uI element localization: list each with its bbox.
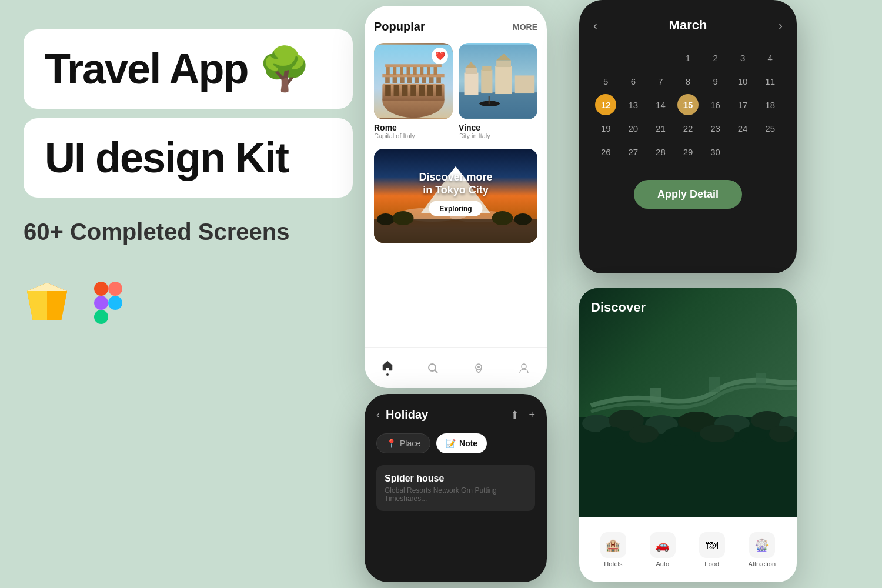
tokyo-banner[interactable]: Discover more in Tokyo City Exploring (374, 149, 537, 243)
nav-home[interactable] (382, 360, 393, 376)
svg-point-61 (377, 213, 395, 225)
attraction-label: Attraction (749, 560, 776, 567)
cal-day-21[interactable]: 21 (650, 118, 671, 139)
more-link[interactable]: MORE (513, 22, 537, 32)
svg-rect-39 (427, 66, 430, 75)
cal-day-3[interactable]: 3 (732, 47, 753, 68)
cal-day-10[interactable]: 10 (732, 71, 753, 92)
nav-search[interactable] (427, 362, 439, 374)
nav-profile[interactable] (518, 362, 530, 374)
cal-day-27[interactable]: 27 (623, 141, 644, 162)
cal-day-24[interactable]: 24 (732, 118, 753, 139)
svg-point-84 (663, 427, 696, 446)
svg-rect-49 (495, 66, 512, 94)
heart-badge[interactable]: ❤️ (432, 48, 448, 64)
cal-prev-button[interactable]: ‹ (593, 19, 597, 32)
city1-name: Rome (374, 123, 453, 132)
cal-day-6[interactable]: 6 (623, 71, 644, 92)
note-icon: 📝 (446, 439, 456, 448)
cal-next-button[interactable]: › (779, 19, 783, 32)
subtitle-card: UI design Kit (24, 118, 353, 198)
cal-day-20[interactable]: 20 (623, 118, 644, 139)
svg-rect-48 (482, 66, 491, 71)
cal-day-28[interactable]: 28 (650, 141, 671, 162)
svg-rect-21 (419, 85, 425, 96)
cal-day-15[interactable]: 15 (677, 94, 699, 115)
share-button[interactable]: ⬆ (510, 409, 519, 422)
holiday-header: ‹ Holiday ⬆ + (376, 408, 535, 422)
cal-day-29[interactable]: 29 (677, 141, 699, 162)
svg-rect-54 (489, 96, 490, 104)
tokyo-title: Discover more in Tokyo City (415, 171, 497, 196)
city2-sub: City in Italy (459, 132, 537, 139)
svg-line-66 (435, 370, 437, 373)
cal-day-26[interactable]: 26 (595, 141, 616, 162)
holiday-actions: ⬆ + (510, 409, 535, 422)
left-section: Travel App 🌳 UI design Kit 60+ Completed… (24, 29, 353, 325)
svg-rect-33 (386, 66, 390, 75)
cal-day-17[interactable]: 17 (732, 94, 753, 115)
auto-icon: 🚗 (650, 532, 676, 558)
cal-day-4[interactable]: 4 (760, 47, 781, 68)
cal-day-14[interactable]: 14 (650, 94, 671, 115)
add-button[interactable]: + (529, 409, 535, 422)
svg-rect-44 (465, 73, 479, 95)
svg-rect-35 (400, 66, 403, 75)
cal-month-label: March (669, 18, 707, 33)
svg-rect-40 (433, 66, 437, 75)
phone-1: Popuplar MORE (365, 6, 547, 388)
svg-rect-17 (385, 85, 391, 96)
cal-day-16[interactable]: 16 (705, 94, 726, 115)
cal-day-9[interactable]: 9 (705, 71, 726, 92)
cal-day-12[interactable]: 12 (595, 94, 616, 115)
svg-rect-20 (410, 85, 416, 96)
apply-detail-button[interactable]: Apply Detail (634, 180, 742, 209)
place-tab[interactable]: 📍 Place (376, 433, 430, 453)
svg-point-53 (479, 101, 499, 107)
auto-label: Auto (656, 560, 669, 567)
spider-house-item[interactable]: Spider house Global Resorts Network Grn … (376, 465, 535, 511)
svg-point-83 (629, 425, 659, 443)
cal-day-13[interactable]: 13 (623, 94, 644, 115)
cal-day-5[interactable]: 5 (595, 71, 616, 92)
category-auto[interactable]: 🚗 Auto (650, 532, 676, 567)
cal-day-23[interactable]: 23 (705, 118, 726, 139)
nav-map[interactable] (473, 362, 485, 374)
cal-day-30[interactable]: 30 (705, 141, 726, 162)
note-tab[interactable]: 📝 Note (436, 433, 487, 453)
cal-day-1[interactable]: 1 (677, 47, 699, 68)
explore-button[interactable]: Exploring (429, 201, 482, 216)
svg-point-62 (393, 211, 414, 225)
calendar-grid: 1 2 3 4 5 6 7 8 9 10 11 12 13 14 15 16 1… (593, 47, 783, 162)
svg-rect-12 (108, 296, 122, 310)
kit-subtitle: UI design Kit (45, 135, 332, 181)
svg-rect-52 (515, 75, 535, 93)
svg-rect-9 (94, 282, 108, 296)
cal-day-18[interactable]: 18 (760, 94, 781, 115)
cal-day-19[interactable]: 19 (595, 118, 616, 139)
completed-screens-text: 60+ Completed Screens (24, 219, 353, 245)
rome-card[interactable]: ❤️ Rome Capital of Italy (374, 43, 453, 139)
sketch-logo (24, 280, 71, 325)
discover-image: Discover (579, 288, 797, 517)
note-label: Note (459, 439, 477, 448)
back-button[interactable]: ‹ (376, 409, 380, 421)
cal-day-7[interactable]: 7 (650, 71, 671, 92)
cal-day-8[interactable]: 8 (677, 71, 699, 92)
cities-grid: ❤️ Rome Capital of Italy (374, 43, 537, 139)
svg-rect-22 (427, 85, 433, 96)
category-attraction[interactable]: 🎡 Attraction (749, 532, 776, 567)
svg-rect-73 (756, 373, 766, 386)
logos-row (24, 280, 353, 325)
svg-point-69 (522, 364, 526, 369)
cal-day-11[interactable]: 11 (760, 71, 781, 92)
cal-day-22[interactable]: 22 (677, 118, 699, 139)
venice-card[interactable]: Vince City in Italy (459, 43, 537, 139)
popular-title: Popuplar (374, 20, 425, 34)
city2-name: Vince (459, 123, 537, 132)
holiday-title: Holiday (386, 408, 428, 422)
category-food[interactable]: 🍽 Food (699, 532, 725, 567)
cal-day-2[interactable]: 2 (705, 47, 726, 68)
cal-day-25[interactable]: 25 (760, 118, 781, 139)
category-hotels[interactable]: 🏨 Hotels (600, 532, 626, 567)
